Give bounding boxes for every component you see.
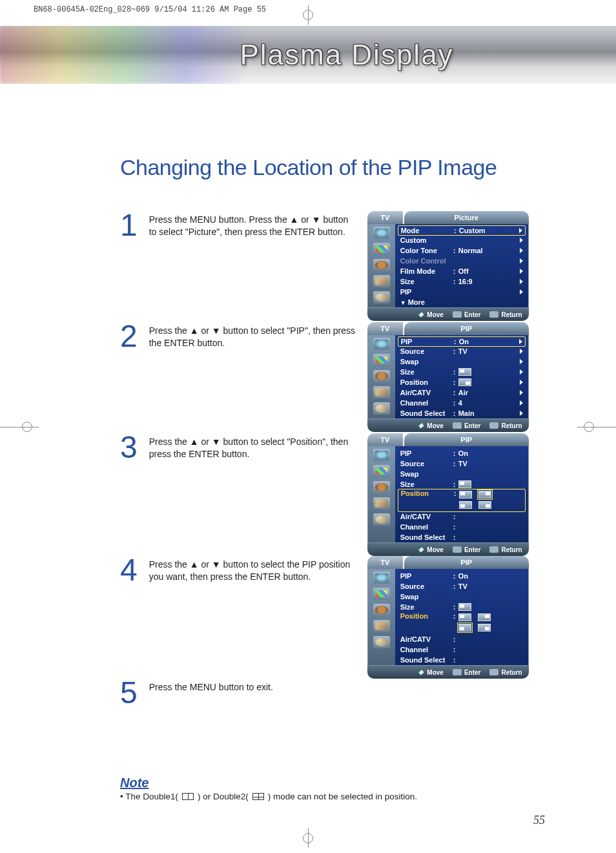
- return-icon: [489, 669, 498, 675]
- function-icon: [373, 402, 390, 415]
- osd-label: PIP: [400, 288, 453, 296]
- osd-label: More: [400, 298, 453, 306]
- osd-row-swap[interactable]: Swap: [398, 356, 526, 367]
- osd-picture-menu: TV Picture Mode : C: [367, 211, 529, 321]
- chevron-right-icon: [520, 359, 523, 364]
- position-grid: [458, 613, 492, 633]
- step-text: Press the ▲ or ▼ button to select "Posit…: [149, 433, 356, 460]
- osd-sidebar-icons: [368, 335, 395, 418]
- setup-icon: [373, 275, 390, 287]
- osd-row-swap[interactable]: Swap: [398, 469, 526, 479]
- sound-icon: [373, 354, 390, 366]
- osd-row-source[interactable]: Source: TV: [398, 346, 526, 356]
- position-option-top-right[interactable]: [478, 491, 491, 498]
- step-number: 3: [120, 433, 138, 461]
- return-icon: [489, 422, 498, 429]
- osd-row-more[interactable]: More: [398, 297, 526, 307]
- print-metadata: BN68-00645A-02Eng_028~069 9/15/04 11:26 …: [34, 5, 266, 14]
- osd-sidebar-icons: [368, 569, 395, 665]
- chevron-right-icon: [520, 400, 523, 406]
- osd-row-pip[interactable]: PIP: [398, 287, 526, 297]
- position-icon: [458, 378, 471, 386]
- position-option-top-right[interactable]: [478, 613, 491, 621]
- osd-row-aircatv[interactable]: Air/CATV:: [398, 511, 526, 522]
- position-option-bottom-left[interactable]: [459, 501, 472, 509]
- osd-tab-pip: PIP: [404, 556, 529, 569]
- enter-icon: [453, 422, 462, 429]
- osd-row-filmmode[interactable]: Film Mode : Off: [398, 266, 526, 276]
- crop-mark-bottom: [298, 828, 318, 848]
- step-number: 2: [120, 322, 138, 350]
- chevron-right-icon: [520, 289, 523, 294]
- osd-row-size[interactable]: Size:: [398, 479, 526, 489]
- osd-row-colortone[interactable]: Color Tone : Normal: [398, 245, 526, 256]
- osd-row-channel[interactable]: Channel: 4: [398, 398, 526, 408]
- double2-icon: [252, 793, 264, 800]
- osd-row-size[interactable]: Size:: [398, 602, 526, 612]
- osd-pip-position-menu: TV PIP PIP: On: [367, 433, 529, 556]
- osd-row-channel[interactable]: Channel:: [398, 644, 526, 655]
- picture-icon: [373, 227, 390, 239]
- step-3: 3 Press the ▲ or ▼ button to select "Pos…: [120, 433, 545, 556]
- position-option-top-left[interactable]: [459, 491, 472, 498]
- step-text: Press the ▲ or ▼ button to select "PIP",…: [149, 322, 356, 349]
- osd-row-swap[interactable]: Swap: [398, 591, 526, 602]
- page-title: Changing the Location of the PIP Image: [120, 155, 545, 180]
- osd-tab-tv: TV: [367, 556, 403, 569]
- position-option-bottom-left[interactable]: [458, 624, 471, 632]
- osd-row-source[interactable]: Source: TV: [398, 581, 526, 591]
- osd-row-position[interactable]: Position:: [398, 377, 526, 387]
- osd-sidebar-icons: [368, 446, 395, 542]
- position-option-top-left[interactable]: [458, 613, 471, 621]
- osd-row-soundselect[interactable]: Sound Select:: [398, 655, 526, 665]
- note-body: • The Double1( ) or Double2( ) mode can …: [120, 792, 545, 801]
- chevron-right-icon: [520, 279, 523, 284]
- osd-row-size[interactable]: Size : 16:9: [398, 276, 526, 287]
- chevron-right-icon: [520, 248, 523, 253]
- picture-icon: [373, 449, 390, 461]
- osd-row-aircatv[interactable]: Air/CATV:: [398, 634, 526, 644]
- setup-icon: [373, 620, 390, 632]
- osd-label: Film Mode: [400, 267, 453, 275]
- osd-row-aircatv[interactable]: Air/CATV: Air: [398, 387, 526, 398]
- osd-row-custom[interactable]: Custom: [398, 235, 526, 245]
- step-2: 2 Press the ▲ or ▼ button to select "PIP…: [120, 322, 545, 433]
- osd-row-source[interactable]: Source: TV: [398, 458, 526, 469]
- osd-value: Custom: [459, 227, 522, 234]
- crop-mark-right: [577, 417, 616, 437]
- osd-row-soundselect[interactable]: Sound Select:: [398, 532, 526, 542]
- osd-row-pip[interactable]: PIP: On: [398, 571, 526, 581]
- osd-row-mode[interactable]: Mode : Custom: [398, 225, 526, 236]
- sound-icon: [373, 243, 390, 255]
- osd-row-position[interactable]: Position:: [398, 489, 526, 512]
- chevron-right-icon: [520, 269, 523, 274]
- osd-tab-picture: Picture: [404, 211, 529, 224]
- step-number: 1: [120, 211, 138, 239]
- position-option-bottom-right[interactable]: [478, 624, 491, 632]
- osd-pip-position-select: TV PIP PIP: On: [367, 556, 529, 679]
- osd-label: Custom: [400, 236, 453, 244]
- osd-tab-pip: PIP: [404, 322, 529, 335]
- osd-tab-tv: TV: [367, 433, 403, 446]
- osd-row-size[interactable]: Size:: [398, 367, 526, 377]
- position-option-bottom-right[interactable]: [478, 501, 491, 509]
- position-grid: [459, 491, 493, 510]
- chevron-right-icon: [520, 411, 523, 416]
- osd-label: Mode: [401, 227, 454, 234]
- osd-row-pip[interactable]: PIP: On: [398, 448, 526, 458]
- crop-mark-top: [298, 5, 318, 25]
- osd-row-position[interactable]: Position:: [398, 612, 526, 634]
- size-icon: [458, 480, 471, 488]
- osd-value: Normal: [458, 247, 523, 254]
- channel-icon: [373, 259, 390, 271]
- osd-row-channel[interactable]: Channel:: [398, 522, 526, 532]
- step-4: 4 Press the ▲ or ▼ button to select the …: [120, 556, 545, 679]
- sound-icon: [373, 465, 390, 477]
- chevron-right-icon: [520, 369, 523, 375]
- updown-icon: [418, 668, 424, 676]
- osd-footer: Move Enter Return: [367, 308, 529, 321]
- osd-footer: Move Enter Return: [367, 419, 529, 432]
- osd-row-pip[interactable]: PIP: On: [398, 336, 526, 347]
- updown-icon: [418, 546, 424, 553]
- osd-row-soundselect[interactable]: Sound Select: Main: [398, 408, 526, 418]
